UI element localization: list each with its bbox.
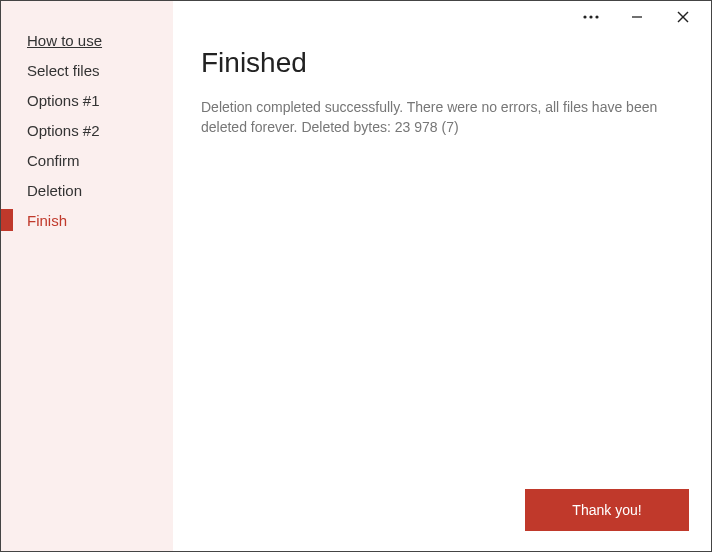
nav-active-marker xyxy=(1,119,13,141)
page-title: Finished xyxy=(201,47,681,79)
svg-point-2 xyxy=(595,15,598,18)
nav-active-marker xyxy=(1,149,13,171)
nav-active-marker xyxy=(1,89,13,111)
svg-point-0 xyxy=(583,15,586,18)
nav-active-marker xyxy=(1,179,13,201)
footer-actions: Thank you! xyxy=(525,489,689,531)
sidebar-nav: How to use Select files Options #1 Optio… xyxy=(1,1,173,551)
main-content: Finished Deletion completed successfully… xyxy=(173,1,711,551)
sidebar-item-how-to-use[interactable]: How to use xyxy=(1,25,173,55)
sidebar-item-label: Finish xyxy=(13,212,67,229)
nav-active-marker xyxy=(1,59,13,81)
svg-point-1 xyxy=(589,15,592,18)
sidebar-item-options-2[interactable]: Options #2 xyxy=(1,115,173,145)
nav-active-marker xyxy=(1,29,13,51)
app-window: How to use Select files Options #1 Optio… xyxy=(0,0,712,552)
close-button[interactable] xyxy=(673,7,693,27)
nav-active-marker xyxy=(1,209,13,231)
sidebar-item-confirm[interactable]: Confirm xyxy=(1,145,173,175)
more-button[interactable] xyxy=(581,7,601,27)
sidebar-item-label: Deletion xyxy=(13,182,82,199)
sidebar-item-finish[interactable]: Finish xyxy=(1,205,173,235)
sidebar-item-label: Options #1 xyxy=(13,92,100,109)
sidebar-item-select-files[interactable]: Select files xyxy=(1,55,173,85)
sidebar-item-label: Options #2 xyxy=(13,122,100,139)
sidebar-item-options-1[interactable]: Options #1 xyxy=(1,85,173,115)
sidebar-item-label: Confirm xyxy=(13,152,80,169)
sidebar-item-label: Select files xyxy=(13,62,100,79)
status-message: Deletion completed successfully. There w… xyxy=(201,97,681,138)
minimize-button[interactable] xyxy=(627,7,647,27)
sidebar-item-deletion[interactable]: Deletion xyxy=(1,175,173,205)
sidebar-item-label: How to use xyxy=(13,32,102,49)
titlebar-controls xyxy=(581,1,711,33)
thank-you-button[interactable]: Thank you! xyxy=(525,489,689,531)
